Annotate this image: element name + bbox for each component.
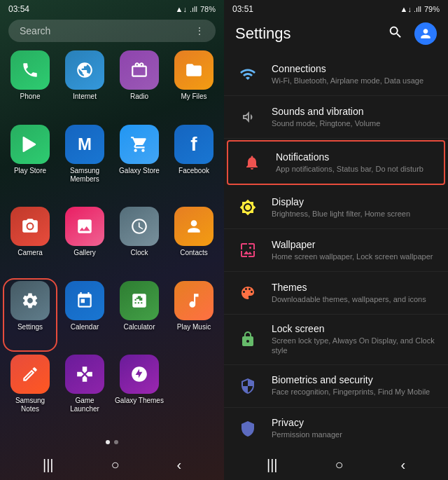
- phone-icon: [10, 50, 50, 90]
- app-gallery[interactable]: Gallery: [60, 207, 109, 275]
- gallery-icon: [65, 207, 104, 246]
- app-game-launcher[interactable]: Game Launcher: [60, 355, 109, 432]
- app-phone[interactable]: Phone: [6, 50, 55, 119]
- settings-item-biometrics[interactable]: Biometrics and security Face recognition…: [224, 365, 448, 408]
- app-radio[interactable]: Radio: [115, 50, 164, 119]
- wallpaper-desc: Home screen wallpaper, Lock screen wallp…: [272, 252, 437, 261]
- notifications-icon: [239, 150, 265, 175]
- status-icons-right: ▲↓ .ıll 79%: [400, 5, 440, 13]
- home-button-right[interactable]: ○: [335, 457, 343, 473]
- notifications-name: Notifications: [276, 151, 433, 163]
- settings-item-themes[interactable]: Themes Downloadable themes, wallpapers, …: [224, 272, 448, 315]
- app-contacts[interactable]: Contacts: [169, 207, 218, 275]
- app-facebook[interactable]: f Facebook: [169, 125, 218, 202]
- settings-search-button[interactable]: [388, 25, 403, 43]
- sound-icon: [235, 104, 260, 130]
- search-label: Search: [20, 25, 50, 36]
- app-galaxy-themes[interactable]: Galaxy Themes: [115, 355, 164, 432]
- app-settings[interactable]: Settings: [6, 281, 55, 350]
- settings-screen: 03:51 ▲↓ .ıll 79% Settings Connections W…: [224, 0, 448, 480]
- settings-list: Connections Wi-Fi, Bluetooth, Airplane m…: [224, 53, 448, 450]
- battery-left: 78%: [200, 5, 216, 13]
- home-button[interactable]: ○: [111, 457, 119, 473]
- privacy-name: Privacy: [272, 417, 437, 428]
- wallpaper-icon: [235, 238, 260, 263]
- settings-item-sound[interactable]: Sounds and vibration Sound mode, Rington…: [224, 96, 448, 139]
- wallpaper-name: Wallpaper: [272, 239, 437, 250]
- recent-apps-button-right[interactable]: |||: [267, 457, 278, 473]
- search-bar[interactable]: Search ⋮: [8, 20, 216, 42]
- home-screen: 03:54 ▲↓ .ıll 78% Search ⋮ Phone Interne…: [0, 0, 224, 480]
- themes-name: Themes: [272, 282, 437, 293]
- battery-right: 79%: [424, 5, 440, 13]
- biometrics-icon: [235, 373, 260, 399]
- app-playstore[interactable]: Play Store: [6, 125, 55, 202]
- app-camera[interactable]: Camera: [6, 207, 55, 275]
- nav-bar-left: ||| ○ ‹: [0, 450, 224, 480]
- app-samsung-notes[interactable]: Samsung Notes: [6, 355, 55, 432]
- privacy-desc: Permission manager: [272, 430, 437, 439]
- samsungnotes-icon: [10, 355, 50, 394]
- settings-header-icons: [388, 22, 437, 45]
- settings-item-connections[interactable]: Connections Wi-Fi, Bluetooth, Airplane m…: [224, 53, 448, 96]
- settings-icon: [10, 281, 50, 320]
- radio-label: Radio: [130, 92, 148, 101]
- app-internet[interactable]: Internet: [60, 50, 109, 119]
- lockscreen-desc: Screen lock type, Always On Display, and…: [272, 336, 437, 356]
- display-icon: [235, 195, 260, 220]
- settings-item-privacy[interactable]: Privacy Permission manager: [224, 408, 448, 450]
- settings-item-wallpaper[interactable]: Wallpaper Home screen wallpaper, Lock sc…: [224, 229, 448, 272]
- signal-icon: ▲↓: [176, 5, 187, 13]
- facebook-label: Facebook: [178, 167, 209, 175]
- dot-1: [106, 440, 110, 444]
- time-left: 03:54: [8, 4, 29, 14]
- recent-apps-button[interactable]: |||: [43, 457, 54, 473]
- playstore-icon: [10, 125, 50, 164]
- lockscreen-name: Lock screen: [272, 323, 437, 334]
- app-galaxy-store[interactable]: Galaxy Store: [115, 125, 164, 202]
- app-calendar[interactable]: Calendar: [60, 281, 109, 350]
- playstore-label: Play Store: [14, 167, 46, 175]
- app-myfiles[interactable]: My Files: [169, 50, 218, 119]
- settings-item-lockscreen[interactable]: Lock screen Screen lock type, Always On …: [224, 315, 448, 365]
- signal-bars: .ıll: [190, 5, 197, 13]
- nav-bar-right: ||| ○ ‹: [224, 450, 448, 480]
- user-avatar[interactable]: [414, 22, 437, 45]
- galaxystore-label: Galaxy Store: [119, 167, 160, 175]
- phone-label: Phone: [20, 92, 41, 101]
- biometrics-name: Biometrics and security: [272, 374, 437, 385]
- contacts-label: Contacts: [180, 249, 207, 257]
- galaxystore-icon: [120, 125, 159, 164]
- app-samsung-members[interactable]: M Samsung Members: [60, 125, 109, 202]
- back-button-left[interactable]: ‹: [176, 457, 181, 473]
- connections-icon: [235, 62, 260, 87]
- search-dots[interactable]: ⋮: [195, 25, 204, 36]
- settings-label: Settings: [18, 323, 43, 331]
- back-button-right[interactable]: ‹: [400, 457, 405, 473]
- biometrics-text: Biometrics and security Face recognition…: [272, 374, 437, 397]
- app-play-music[interactable]: Play Music: [169, 281, 218, 350]
- settings-item-notifications[interactable]: Notifications App notifications, Status …: [227, 140, 445, 185]
- connections-desc: Wi-Fi, Bluetooth, Airplane mode, Data us…: [272, 76, 437, 85]
- app-grid: Phone Internet Radio My Files Play: [0, 48, 224, 434]
- dot-2: [114, 440, 118, 444]
- privacy-icon: [235, 416, 260, 441]
- settings-header: Settings: [224, 17, 448, 53]
- contacts-icon: [174, 207, 214, 246]
- settings-title: Settings: [235, 25, 291, 43]
- playmusic-icon: [174, 281, 214, 320]
- lockscreen-icon: [235, 327, 260, 352]
- themes-desc: Downloadable themes, wallpapers, and ico…: [272, 294, 437, 304]
- status-bar-right: 03:51 ▲↓ .ıll 79%: [224, 0, 448, 17]
- biometrics-desc: Face recognition, Fingerprints, Find My …: [272, 387, 437, 397]
- app-clock[interactable]: Clock: [115, 207, 164, 275]
- calendar-label: Calendar: [71, 323, 99, 331]
- camera-label: Camera: [18, 249, 43, 257]
- calculator-icon: [120, 281, 159, 320]
- settings-item-display[interactable]: Display Brightness, Blue light filter, H…: [224, 186, 448, 229]
- status-icons-left: ▲↓ .ıll 78%: [176, 5, 216, 13]
- app-calculator[interactable]: Calculator: [115, 281, 164, 350]
- radio-icon: [120, 50, 159, 90]
- notifications-text: Notifications App notifications, Status …: [276, 151, 433, 174]
- myfiles-icon: [174, 50, 214, 90]
